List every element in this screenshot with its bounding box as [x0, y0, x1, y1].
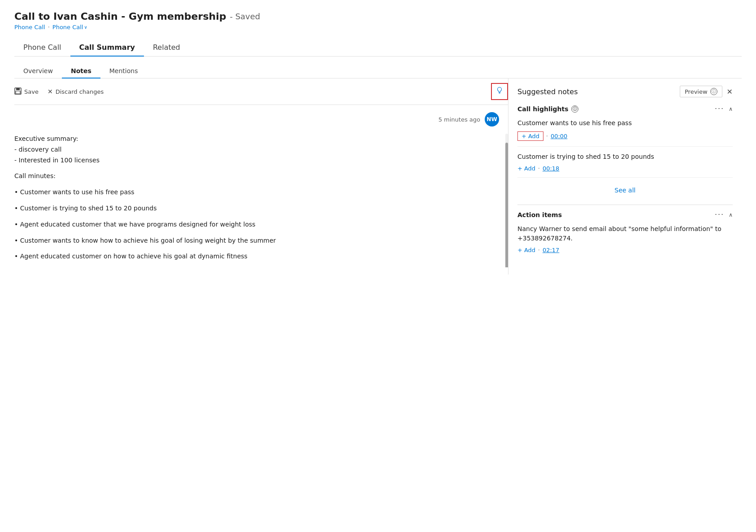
lightbulb-icon [495, 88, 504, 96]
highlight-actions-1: + Add · 00:00 [517, 131, 733, 141]
preview-button[interactable]: Preview ⓘ [680, 86, 722, 97]
page-header: Call to Ivan Cashin - Gym membership - S… [14, 11, 742, 31]
sub-tab-overview[interactable]: Overview [14, 64, 62, 78]
lightbulb-button[interactable] [491, 83, 508, 100]
add-highlight-2-button[interactable]: + Add [517, 165, 535, 172]
section-divider [517, 205, 733, 205]
chevron-down-icon: ∨ [84, 25, 87, 30]
executive-summary-item-2: - Interested in 100 licenses [14, 157, 100, 164]
time-link-1[interactable]: 00:00 [551, 133, 567, 140]
call-highlights-label: Call highlights [517, 105, 569, 113]
bullet-item-5: • Agent educated customer on how to achi… [14, 251, 501, 262]
action-items-label: Action items [517, 211, 562, 218]
executive-summary-heading: Executive summary: [14, 135, 78, 142]
suggested-notes-title: Suggested notes [517, 87, 578, 96]
avatar: NW [485, 112, 499, 126]
breadcrumb-separator: · [48, 24, 50, 31]
add-label-2: Add [524, 165, 535, 172]
highlight-actions-2: + Add · 00:18 [517, 165, 733, 172]
preview-label: Preview [685, 88, 708, 95]
scroll-thumb [505, 143, 508, 267]
add-icon-1: + [521, 133, 526, 140]
separator-2: · [538, 166, 540, 172]
left-panel: Save ✕ Discard changes 5 minutes ago [14, 78, 508, 275]
action-items-collapse-button[interactable]: ∧ [729, 212, 733, 218]
action-item-text-1: Nancy Warner to send email about "some h… [517, 224, 733, 243]
action-time-link-1[interactable]: 02:17 [543, 247, 559, 253]
main-content: Save ✕ Discard changes 5 minutes ago [14, 78, 742, 275]
scroll-area: Executive summary: - discovery call - In… [14, 134, 508, 267]
time-link-2[interactable]: 00:18 [543, 165, 559, 172]
bullet-item-4: • Customer wants to know how to achieve … [14, 235, 501, 246]
discard-button[interactable]: ✕ Discard changes [48, 88, 104, 95]
see-all-anchor[interactable]: See all [615, 187, 636, 194]
bullet-item-1: • Customer wants to use his free pass [14, 187, 501, 198]
suggested-notes-close-button[interactable]: ✕ [727, 87, 733, 96]
call-minutes-heading: Call minutes: [14, 172, 56, 179]
preview-info-icon: ⓘ [710, 88, 717, 95]
scroll-bar[interactable] [505, 134, 508, 267]
sub-nav: Overview Notes Mentions [14, 64, 742, 78]
action-items-header: Action items ··· ∧ [517, 210, 733, 219]
call-highlights-heading: Call highlights ⓘ [517, 105, 578, 113]
save-button[interactable]: Save [14, 87, 39, 96]
sub-tab-notes[interactable]: Notes [62, 64, 100, 78]
action-items-heading: Action items [517, 211, 562, 218]
notes-timestamp: 5 minutes ago [439, 116, 480, 123]
action-items-actions: ··· ∧ [715, 210, 733, 219]
right-panel: Suggested notes Preview ⓘ ✕ Call highlig… [508, 78, 742, 275]
add-icon-2: + [517, 165, 522, 172]
tab-phone-call[interactable]: Phone Call [14, 39, 70, 56]
tab-call-summary[interactable]: Call Summary [70, 39, 144, 56]
breadcrumb: Phone Call · Phone Call ∨ [14, 24, 742, 31]
save-icon [14, 87, 22, 96]
sub-tab-mentions[interactable]: Mentions [100, 64, 147, 78]
page-title: Call to Ivan Cashin - Gym membership - S… [14, 11, 742, 22]
call-highlights-section: Call highlights ⓘ ··· ∧ Customer wants t… [517, 105, 733, 197]
highlight-item-1: Customer wants to use his free pass + Ad… [517, 118, 733, 147]
breadcrumb-dropdown[interactable]: Phone Call ∨ [52, 24, 87, 31]
add-action-1-button[interactable]: + Add [517, 247, 535, 253]
tab-related[interactable]: Related [144, 39, 189, 56]
add-label-1: Add [528, 133, 539, 140]
notes-text[interactable]: Executive summary: - discovery call - In… [14, 134, 508, 262]
see-all-link[interactable]: See all [517, 183, 733, 197]
svg-rect-2 [16, 91, 20, 94]
svg-rect-4 [499, 93, 500, 94]
bullet-item-3: • Agent educated customer that we have p… [14, 219, 501, 230]
discard-label: Discard changes [56, 88, 104, 95]
highlight-text-2: Customer is trying to shed 15 to 20 poun… [517, 152, 733, 161]
add-action-icon-1: + [517, 247, 522, 253]
call-highlights-header: Call highlights ⓘ ··· ∧ [517, 105, 733, 113]
call-highlights-collapse-button[interactable]: ∧ [729, 106, 733, 112]
breadcrumb-item-2: Phone Call [52, 24, 83, 31]
page-title-text: Call to Ivan Cashin - Gym membership [14, 11, 226, 22]
add-action-label-1: Add [524, 247, 535, 253]
add-highlight-1-button[interactable]: + Add [517, 131, 543, 141]
executive-summary-item-1: - discovery call [14, 146, 61, 153]
call-highlights-actions: ··· ∧ [715, 105, 733, 113]
highlight-item-2: Customer is trying to shed 15 to 20 poun… [517, 152, 733, 178]
breadcrumb-item-1[interactable]: Phone Call [14, 24, 45, 31]
action-items-section: Action items ··· ∧ Nancy Warner to send … [517, 210, 733, 259]
svg-rect-1 [16, 88, 20, 90]
highlight-text-1: Customer wants to use his free pass [517, 118, 733, 128]
call-highlights-info-icon[interactable]: ⓘ [571, 105, 578, 113]
saved-label: - Saved [230, 12, 260, 21]
close-icon: ✕ [48, 88, 53, 95]
toolbar: Save ✕ Discard changes [14, 78, 508, 105]
separator-1: · [546, 133, 548, 140]
action-separator-1: · [538, 247, 540, 253]
call-highlights-more-button[interactable]: ··· [715, 105, 724, 113]
action-items-more-button[interactable]: ··· [715, 210, 724, 219]
save-label: Save [24, 88, 39, 95]
suggested-notes-header: Suggested notes Preview ⓘ ✕ [517, 86, 733, 97]
action-item-actions-1: + Add · 02:17 [517, 247, 733, 253]
bullet-item-2: • Customer is trying to shed 15 to 20 po… [14, 203, 501, 214]
action-item-1: Nancy Warner to send email about "some h… [517, 224, 733, 259]
notes-meta: 5 minutes ago NW [14, 112, 508, 126]
top-nav: Phone Call Call Summary Related [14, 39, 742, 57]
notes-content: 5 minutes ago NW Executive summary: - di… [14, 105, 508, 275]
svg-rect-3 [499, 92, 500, 93]
